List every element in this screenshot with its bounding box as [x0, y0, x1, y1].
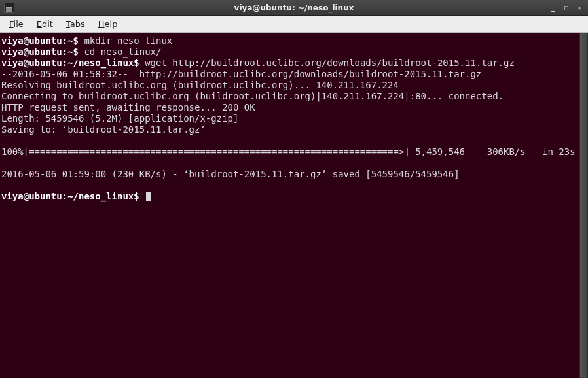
terminal-line [1, 158, 587, 169]
close-button[interactable]: ✕ [575, 3, 584, 12]
shell-prompt: viya@ubuntu:~/neso_linux$ [1, 191, 145, 201]
menu-help[interactable]: Help [93, 18, 123, 30]
menu-edit[interactable]: Edit [31, 18, 58, 30]
shell-prompt: viya@ubuntu:~$ [1, 46, 84, 57]
minimize-button[interactable]: _ [549, 3, 558, 12]
terminal-icon [4, 3, 14, 13]
shell-prompt: viya@ubuntu:~/neso_linux$ [1, 58, 145, 68]
terminal-line: 100%[===================================… [1, 146, 587, 158]
maximize-button[interactable]: □ [562, 3, 571, 12]
terminal-line: viya@ubuntu:~/neso_linux$ wget http://bu… [1, 58, 587, 69]
scrollbar-thumb[interactable] [580, 33, 587, 378]
terminal-line: --2016-05-06 01:58:32-- http://buildroot… [1, 69, 587, 80]
terminal-line: 2016-05-06 01:59:00 (230 KB/s) - ‘buildr… [1, 169, 587, 180]
terminal-line: Connecting to buildroot.uclibc.org (buil… [1, 91, 587, 102]
terminal-area[interactable]: viya@ubuntu:~$ mkdir neso_linuxviya@ubun… [0, 33, 588, 378]
menu-tabs[interactable]: Tabs [61, 18, 90, 30]
window-controls: _ □ ✕ [549, 3, 588, 12]
shell-prompt: viya@ubuntu:~$ [1, 35, 84, 46]
shell-command: cd neso_linux/ [84, 46, 161, 57]
terminal-line: Resolving buildroot.uclibc.org (buildroo… [1, 80, 587, 91]
terminal-line [1, 180, 587, 191]
terminal-scrollbar[interactable] [579, 33, 588, 378]
shell-command: wget http://buildroot.uclibc.org/downloa… [145, 58, 515, 68]
shell-command: mkdir neso_linux [84, 35, 172, 46]
terminal-line: viya@ubuntu:~/neso_linux$ [1, 191, 587, 202]
window-titlebar: viya@ubuntu: ~/neso_linux _ □ ✕ [0, 0, 588, 16]
terminal-line: Length: 5459546 (5.2M) [application/x-gz… [1, 113, 587, 124]
terminal-cursor [146, 192, 151, 201]
terminal-line: HTTP request sent, awaiting response... … [1, 102, 587, 113]
terminal-line: viya@ubuntu:~$ mkdir neso_linux [1, 35, 587, 46]
menu-file[interactable]: File [4, 18, 29, 30]
terminal-line [1, 135, 587, 146]
window-title: viya@ubuntu: ~/neso_linux [234, 3, 354, 12]
menubar: File Edit Tabs Help [0, 16, 588, 33]
terminal-line: Saving to: ‘buildroot-2015.11.tar.gz’ [1, 124, 587, 135]
terminal-line: viya@ubuntu:~$ cd neso_linux/ [1, 46, 587, 58]
